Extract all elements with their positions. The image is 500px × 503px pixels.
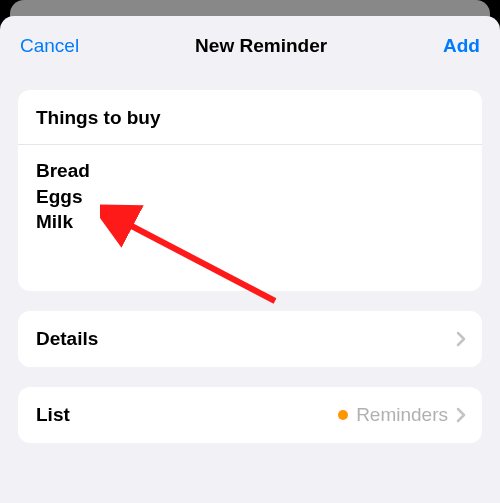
new-reminder-sheet: Cancel New Reminder Add Things to buy Br…	[0, 16, 500, 503]
notes-line: Eggs	[36, 184, 464, 210]
page-title: New Reminder	[195, 35, 327, 57]
list-color-dot	[338, 410, 348, 420]
nav-bar: Cancel New Reminder Add	[0, 16, 500, 76]
add-button[interactable]: Add	[443, 35, 480, 57]
content-area: Things to buy Bread Eggs Milk Details Li…	[0, 76, 500, 443]
chevron-right-icon	[456, 407, 466, 423]
list-value: Reminders	[356, 404, 448, 426]
chevron-right-icon	[456, 331, 466, 347]
list-label: List	[36, 404, 70, 426]
notes-line: Milk	[36, 209, 464, 235]
notes-line: Bread	[36, 158, 464, 184]
details-label: Details	[36, 328, 98, 350]
reminder-title-input[interactable]: Things to buy	[18, 90, 482, 145]
list-row[interactable]: List Reminders	[18, 387, 482, 443]
title-notes-card: Things to buy Bread Eggs Milk	[18, 90, 482, 291]
reminder-notes-input[interactable]: Bread Eggs Milk	[18, 145, 482, 291]
details-row[interactable]: Details	[18, 311, 482, 367]
details-card: Details	[18, 311, 482, 367]
cancel-button[interactable]: Cancel	[20, 35, 79, 57]
list-card: List Reminders	[18, 387, 482, 443]
